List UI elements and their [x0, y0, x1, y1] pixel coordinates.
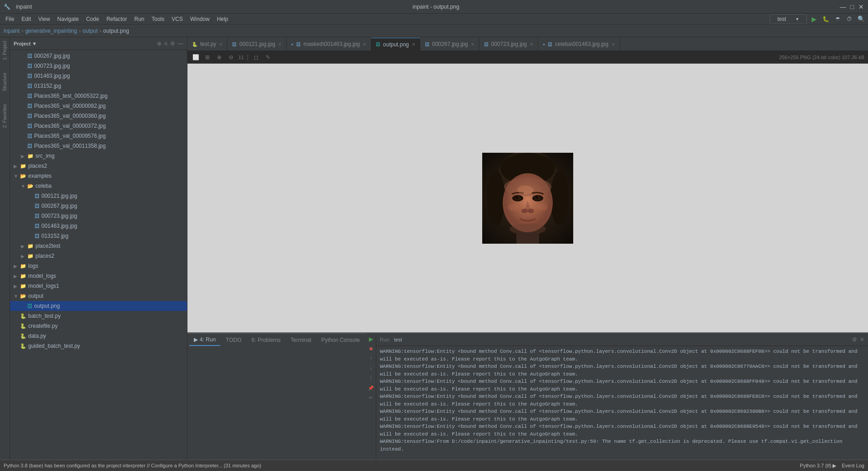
run-settings-icon[interactable]: ⚙ — [852, 336, 857, 343]
tab-test-py[interactable]: 🐍 test.py ✕ — [187, 38, 227, 50]
run-close-icon[interactable]: ✕ — [860, 336, 864, 343]
statusbar-python-version[interactable]: Python 3.7 (tf) ▶ — [800, 463, 836, 469]
maximize-button[interactable]: □ — [849, 4, 855, 10]
tree-folder-places2-1[interactable]: ▶ 📁 places2 — [10, 161, 187, 171]
menu-edit[interactable]: Edit — [18, 15, 35, 23]
tree-file-createfile[interactable]: 🐍 createfile.py — [10, 321, 187, 331]
tab-output-png[interactable]: 🖼 output.png ✕ — [371, 38, 420, 50]
zoom-out-button[interactable]: ⊖ — [227, 53, 236, 62]
coverage-button[interactable]: ☂ — [833, 14, 843, 24]
tab-000723[interactable]: 🖼 000723.jpg.jpg ✕ — [479, 38, 539, 50]
profile-button[interactable]: ⏱ — [844, 14, 854, 24]
image-size-info: 256×256 PNG (24-bit color) 107.36 kB — [779, 55, 864, 60]
menu-vcs[interactable]: VCS — [168, 15, 187, 23]
fit-page-button[interactable]: ⬜ — [191, 53, 200, 62]
tree-item-places365-val-9576[interactable]: 🖼 Places365_val_00009576.jpg — [10, 131, 187, 141]
tree-folder-model-logs1[interactable]: ▶ 📁 model_logs1 — [10, 281, 187, 291]
tab-000121[interactable]: 🖼 000121.jpg.jpg ✕ — [227, 38, 287, 50]
breadcrumb-output[interactable]: output — [82, 28, 97, 34]
breadcrumb-sep3: › — [100, 28, 101, 34]
sidebar-minimize-icon[interactable]: — — [178, 40, 183, 47]
minimize-button[interactable]: — — [840, 4, 846, 10]
tree-item-001463[interactable]: 🖼 001463.jpg.jpg — [10, 71, 187, 81]
tree-folder-src-img[interactable]: ▶ 📁 src_img — [10, 151, 187, 161]
tab-close-000121[interactable]: ✕ — [278, 42, 282, 47]
close-button[interactable]: ✕ — [858, 4, 864, 10]
tab-000267[interactable]: 🖼 000267.jpg.jpg ✕ — [420, 38, 479, 50]
debug-button[interactable]: 🐛 — [821, 14, 831, 24]
sidebar-settings-icon[interactable]: ⚙ — [170, 40, 175, 47]
btab-terminal[interactable]: Terminal — [286, 334, 316, 346]
btab-run[interactable]: ▶ 4: Run — [189, 334, 220, 346]
console-scrollbar-h[interactable] — [376, 456, 868, 460]
actual-size-button[interactable]: ⊞ — [203, 53, 212, 62]
tree-file-guided-batch[interactable]: 🐍 guided_batch_test.py — [10, 341, 187, 351]
run-scroll-up-button[interactable]: ↑ — [367, 354, 375, 362]
tree-file-000723-2[interactable]: 🖼 000723.jpg.jpg — [10, 211, 187, 221]
tree-item-000723[interactable]: 🖼 000723.jpg.jpg — [10, 61, 187, 71]
tree-folder-places2-2[interactable]: ▶ 📁 places2 — [10, 251, 187, 261]
menu-navigate[interactable]: Navigate — [54, 15, 82, 23]
tree-file-013152-2[interactable]: 🖼 013152.jpg — [10, 231, 187, 241]
tree-file-000121[interactable]: 🖼 000121.jpg.jpg — [10, 191, 187, 201]
menu-view[interactable]: View — [35, 15, 54, 23]
tree-folder-place2test[interactable]: ▶ 📁 place2test — [10, 241, 187, 251]
tab-close-celeba[interactable]: ✕ — [611, 42, 615, 47]
run-button[interactable]: ▶ — [809, 14, 819, 24]
menu-code[interactable]: Code — [82, 15, 103, 23]
menu-window[interactable]: Window — [187, 15, 213, 23]
menu-file[interactable]: File — [2, 15, 18, 23]
breadcrumb-inpaint[interactable]: inpaint — [4, 28, 20, 34]
breadcrumb-file[interactable]: output.png — [103, 28, 129, 34]
menu-help[interactable]: Help — [213, 15, 232, 23]
sidebar-locate-icon[interactable]: ⊕ — [157, 40, 161, 47]
tree-item-013152[interactable]: 🖼 013152.jpg — [10, 81, 187, 91]
zoom-in-button[interactable]: ⊕ — [215, 53, 224, 62]
tab-close-000267[interactable]: ✕ — [471, 42, 474, 47]
console-output[interactable]: WARNING:tensorflow:Entity <bound method … — [376, 346, 868, 456]
tree-file-data[interactable]: 🐍 data.py — [10, 331, 187, 341]
tab-masked-001463[interactable]: ● 🖼 masked\001463.jpg.jpg ✕ — [287, 38, 371, 50]
tree-item-places365-test[interactable]: 🖼 Places365_test_00005322.jpg — [10, 91, 187, 101]
toggle-button[interactable]: ◻ — [252, 53, 261, 62]
run-stop-button[interactable]: ■ — [367, 345, 375, 353]
tree-file-000267-2[interactable]: 🖼 000267.jpg.jpg — [10, 201, 187, 211]
btab-todo[interactable]: TODO — [221, 334, 246, 346]
tree-file-batch-test[interactable]: 🐍 batch_test.py — [10, 311, 187, 321]
activity-favorites[interactable]: 2: Favorites — [1, 102, 8, 130]
tree-folder-model-logs[interactable]: ▶ 📁 model_logs — [10, 271, 187, 281]
tab-close-output[interactable]: ✕ — [412, 42, 415, 47]
menu-refactor[interactable]: Refactor — [103, 15, 131, 23]
tree-folder-output[interactable]: ▼ 📂 output — [10, 291, 187, 301]
tree-file-001463-2[interactable]: 🖼 001463.jpg.jpg — [10, 221, 187, 231]
search-everywhere-button[interactable]: 🔍 — [856, 14, 866, 24]
breadcrumb-generative[interactable]: generative_inpainting — [25, 28, 77, 34]
tree-folder-logs[interactable]: ▶ 📁 logs — [10, 261, 187, 271]
tab-close-000723[interactable]: ✕ — [530, 42, 533, 47]
menu-run[interactable]: Run — [131, 15, 148, 23]
edit-button[interactable]: ✎ — [263, 53, 273, 62]
run-scroll-down-button[interactable]: ↓ — [367, 364, 375, 372]
tree-item-places365-val-360[interactable]: 🖼 Places365_val_00000360.jpg — [10, 111, 187, 121]
tree-file-output-png[interactable]: 🖼 output.png — [10, 301, 187, 311]
tree-folder-examples[interactable]: ▼ 📂 examples — [10, 171, 187, 181]
activity-project[interactable]: 1: Project — [1, 39, 8, 62]
tab-celeba-001463[interactable]: ● 🖼 celeba\001463.jpg.jpg ✕ — [538, 38, 620, 50]
sidebar-collapse-icon[interactable]: ≡ — [164, 40, 167, 47]
btab-problems[interactable]: 6: Problems — [247, 334, 285, 346]
event-log-button[interactable]: Event Log — [842, 463, 864, 468]
tree-item-places365-val-82[interactable]: 🖼 Places365_val_00000082.jpg — [10, 101, 187, 111]
tab-close-test-py[interactable]: ✕ — [219, 42, 222, 47]
run-rerun-button[interactable]: ▶ — [367, 335, 375, 343]
activity-structure[interactable]: Structure — [1, 71, 8, 93]
run-wrap-button[interactable]: ↩ — [367, 393, 375, 401]
tree-folder-celeba[interactable]: ▼ 📂 celeba — [10, 181, 187, 191]
menu-tools[interactable]: Tools — [148, 15, 168, 23]
tree-item-places365-val-11358[interactable]: 🖼 Places365_val_00011358.jpg — [10, 141, 187, 151]
tab-close-masked[interactable]: ✕ — [363, 42, 366, 47]
btab-python-console[interactable]: Python Console — [317, 334, 364, 346]
tree-item-places365-val-372[interactable]: 🖼 Places365_val_00000372.jpg — [10, 121, 187, 131]
tree-item-000267-jpg[interactable]: 🖼 000267.jpg.jpg — [10, 51, 187, 61]
run-pin-button[interactable]: 📌 — [367, 384, 375, 392]
run-config-selector[interactable]: test ▼ — [770, 14, 807, 24]
